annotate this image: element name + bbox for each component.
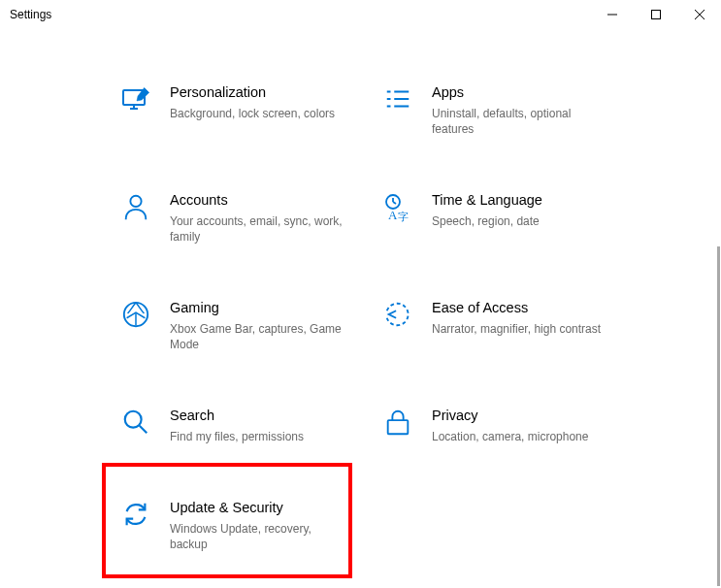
category-desc: Uninstall, defaults, optional features (432, 106, 606, 137)
category-title: Gaming (170, 298, 344, 317)
category-desc: Xbox Game Bar, captures, Game Mode (170, 321, 344, 352)
category-title: Apps (432, 82, 606, 102)
gaming-icon (116, 298, 155, 329)
minimize-button[interactable] (590, 0, 634, 29)
svg-line-17 (393, 202, 396, 204)
privacy-icon (378, 406, 417, 437)
settings-content: Personalization Background, lock screen,… (0, 29, 721, 588)
category-ease-of-access[interactable]: Ease of Access Narrator, magnifier, high… (378, 298, 721, 352)
category-title: Personalization (170, 82, 335, 102)
svg-point-14 (130, 196, 141, 207)
window-titlebar: Settings (0, 0, 721, 29)
svg-rect-24 (388, 420, 409, 434)
category-search[interactable]: Search Find my files, permissions (116, 406, 378, 444)
category-desc: Background, lock screen, colors (170, 106, 335, 121)
category-desc: Location, camera, microphone (432, 429, 588, 444)
category-title: Ease of Access (432, 298, 601, 317)
category-gaming[interactable]: Gaming Xbox Game Bar, captures, Game Mod… (116, 298, 378, 352)
svg-point-22 (125, 411, 142, 428)
category-title: Time & Language (432, 190, 542, 210)
time-language-icon: A 字 (378, 190, 417, 223)
svg-text:A: A (388, 208, 398, 222)
category-title: Accounts (170, 190, 344, 210)
category-desc: Narrator, magnifier, high contrast (432, 321, 601, 337)
close-button[interactable] (677, 0, 721, 29)
search-icon (116, 406, 155, 437)
ease-of-access-icon (378, 298, 417, 329)
category-title: Search (170, 406, 304, 425)
category-desc: Windows Update, recovery, backup (170, 521, 344, 552)
category-title: Update & Security (170, 498, 344, 517)
category-time-language[interactable]: A 字 Time & Language Speech, region, date (378, 190, 721, 245)
svg-rect-1 (651, 11, 660, 19)
category-title: Privacy (432, 406, 588, 425)
apps-icon (378, 82, 417, 114)
svg-line-23 (140, 426, 147, 434)
category-desc: Find my files, permissions (170, 429, 304, 444)
category-accounts[interactable]: Accounts Your accounts, email, sync, wor… (116, 190, 378, 245)
window-title: Settings (10, 8, 51, 21)
category-privacy[interactable]: Privacy Location, camera, microphone (378, 406, 721, 444)
category-personalization[interactable]: Personalization Background, lock screen,… (116, 82, 378, 137)
category-desc: Your accounts, email, sync, work, family (170, 213, 344, 245)
accounts-icon (116, 190, 155, 221)
scrollbar[interactable] (717, 246, 720, 586)
svg-text:字: 字 (398, 211, 409, 222)
category-desc: Speech, region, date (432, 213, 542, 229)
category-update-security[interactable]: Update & Security Windows Update, recove… (116, 498, 378, 552)
category-apps[interactable]: Apps Uninstall, defaults, optional featu… (378, 82, 721, 137)
maximize-button[interactable] (634, 0, 677, 29)
personalization-icon (116, 82, 155, 115)
update-security-icon (116, 498, 155, 529)
